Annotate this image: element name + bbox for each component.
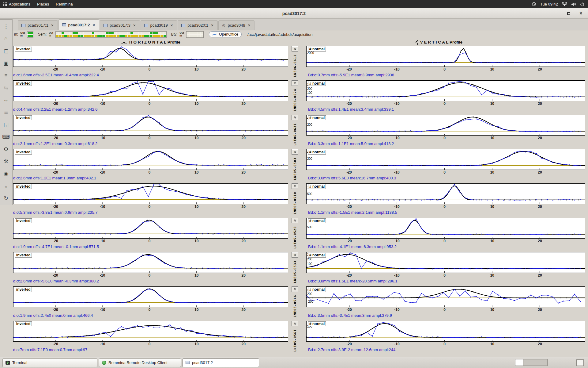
indicator-cell — [158, 35, 160, 37]
resize-icon[interactable]: ↔ — [0, 94, 12, 106]
indicator-cell — [28, 35, 30, 37]
workspace-cell[interactable] — [515, 359, 523, 366]
workspace-cell[interactable] — [523, 359, 531, 366]
maximize-icon — [567, 12, 570, 15]
places-menu[interactable]: Places — [34, 0, 52, 8]
wave-icon[interactable]: ≋ — [292, 286, 298, 292]
x-axis-ticks: -20-1001020 — [13, 101, 288, 106]
profile-row: ≋LNE05-0546# normal400200-200-20-1001020… — [291, 286, 585, 321]
svg-text:100: 100 — [307, 91, 312, 94]
workspace-cell[interactable] — [531, 359, 539, 366]
selection-icon[interactable]: ▢ — [0, 45, 12, 57]
wave-icon[interactable]: ≋ — [292, 218, 298, 223]
power-icon[interactable] — [580, 2, 584, 6]
indicator-cell — [150, 32, 152, 34]
show-desktop-button[interactable] — [576, 359, 584, 366]
taskbar-terminal-button[interactable]: Terminal — [2, 358, 97, 367]
tab-pcad3017:3[interactable]: pcad3017:3× — [100, 20, 140, 30]
plot-mode-label: # normal — [308, 287, 326, 292]
close-button[interactable]: × — [577, 10, 585, 17]
profile-row: inverted-20-1001020Bd:σ:2.1mm offs:1.2E1… — [13, 115, 288, 149]
wave-icon[interactable]: ≋ — [292, 321, 298, 326]
wave-icon[interactable]: ≋ — [292, 115, 298, 120]
taskbar-remmina-label: Remmina Remote Desktop Client — [108, 360, 168, 365]
x-tick-label: -20 — [346, 170, 352, 174]
x-tick-label: 20 — [538, 239, 542, 243]
indicator-cell — [100, 32, 103, 34]
indicator-cell — [84, 32, 86, 34]
profile-stats: Bd:σ:1.9mm offs:-4.7E1 mean:-0.1mm ampl:… — [13, 244, 288, 251]
tab-close-icon[interactable]: × — [170, 23, 174, 28]
dynres-icon[interactable]: ⇆ — [0, 82, 12, 94]
plot-mode-label: # normal — [308, 115, 326, 120]
screenshot-icon[interactable]: ◉ — [0, 167, 12, 180]
keyboard-icon[interactable]: ⌨ — [0, 131, 12, 143]
x-tick-label: 0 — [443, 67, 446, 71]
plot-mode-label: inverted — [15, 253, 32, 258]
disconnect-icon[interactable]: ↻ — [0, 192, 12, 204]
taskbar-terminal-label: Terminal — [12, 360, 27, 365]
workspace-cell[interactable] — [539, 359, 547, 366]
scale-icon[interactable]: ≡ — [0, 69, 12, 82]
tab-close-icon[interactable]: × — [210, 23, 214, 28]
collapse-icon[interactable]: ⌄ — [0, 180, 12, 192]
path-field[interactable]: /acc/java/data/lna/adebds/acquisition — [246, 32, 314, 37]
window-title: pcad3017:2 — [282, 11, 306, 16]
x-tick-label: 0 — [443, 136, 446, 140]
profile-plot: inverted — [13, 252, 288, 273]
x-tick-label: 10 — [490, 67, 494, 71]
tab-pcad3017:1[interactable]: pcad3017:1× — [18, 20, 58, 30]
taskbar-pcad-button[interactable]: pcad3017:2 — [183, 358, 259, 367]
tab-close-icon[interactable]: × — [51, 23, 54, 28]
wave-icon[interactable]: ≋ — [292, 46, 298, 52]
tab-close-icon[interactable]: × — [133, 23, 136, 28]
fullscreen-icon[interactable]: ▣ — [0, 57, 12, 69]
wave-icon[interactable]: ≋ — [292, 183, 298, 189]
preferences-icon[interactable]: ⚙ — [0, 143, 12, 155]
tools-icon[interactable]: ⚒ — [0, 155, 12, 167]
indicator-cell — [164, 35, 166, 37]
x-tick-label: 10 — [194, 102, 198, 106]
indicator-cell — [70, 32, 72, 34]
home-icon[interactable]: ⌂ — [0, 33, 12, 45]
tab-pcad3019[interactable]: pcad3019× — [141, 20, 177, 30]
x-axis-ticks: -20-1001020 — [13, 136, 288, 141]
plot-mode-label: inverted — [15, 47, 32, 52]
minimize-button[interactable] — [552, 10, 560, 17]
indicator-cell — [81, 32, 83, 34]
indicator-cell — [30, 32, 33, 34]
indicator-cell — [119, 35, 122, 37]
window-titlebar[interactable]: pcad3017:2 × — [0, 8, 588, 19]
applications-menu[interactable]: Applications — [0, 0, 34, 8]
tab-pcad3048[interactable]: ⊗pcad3048× — [218, 20, 254, 30]
wave-icon[interactable]: ≋ — [292, 149, 298, 155]
menu-icon[interactable]: ⋮ — [0, 20, 12, 33]
taskbar-remmina-button[interactable]: Remmina Remote Desktop Client — [99, 358, 181, 367]
volume-icon[interactable] — [571, 2, 576, 6]
btv-label: Btv: — [171, 32, 178, 36]
close-icon: × — [579, 11, 582, 16]
x-tick-label: 20 — [241, 170, 245, 174]
wave-icon[interactable]: ≋ — [292, 252, 298, 258]
plot-mode-label: inverted — [15, 150, 32, 155]
indicator-cell — [125, 35, 127, 37]
tab-pcad3017:2[interactable]: pcad3017:2× — [58, 19, 99, 30]
tab-pcad3020:1[interactable]: pcad3020:1× — [178, 20, 218, 30]
device-label: LNE05-0546 — [293, 293, 297, 320]
indicator-cell — [141, 35, 144, 37]
remmina-menu[interactable]: Remmina — [52, 0, 76, 8]
clock-text[interactable]: Tue 09:42 — [540, 2, 558, 6]
maximize-button[interactable] — [565, 10, 573, 17]
tab-close-icon[interactable]: × — [247, 23, 251, 28]
horizontal-profiles-column: inverted-20-1001020Bd:σ:1.6mm offs:-2.5E… — [13, 46, 288, 355]
multiwindow-icon[interactable]: ◱ — [0, 118, 12, 131]
x-axis-ticks: -20-1001020 — [306, 101, 585, 106]
x-tick-label: -20 — [346, 239, 352, 243]
tab-close-icon[interactable]: × — [92, 23, 96, 27]
network-icon[interactable] — [562, 2, 567, 6]
wave-icon[interactable]: ≋ — [292, 80, 298, 86]
indicator-cell — [153, 32, 155, 34]
openoffice-button[interactable]: OpenOffice — [209, 31, 242, 37]
indicator-cell — [153, 35, 155, 37]
options-icon[interactable]: ≣ — [0, 106, 12, 118]
